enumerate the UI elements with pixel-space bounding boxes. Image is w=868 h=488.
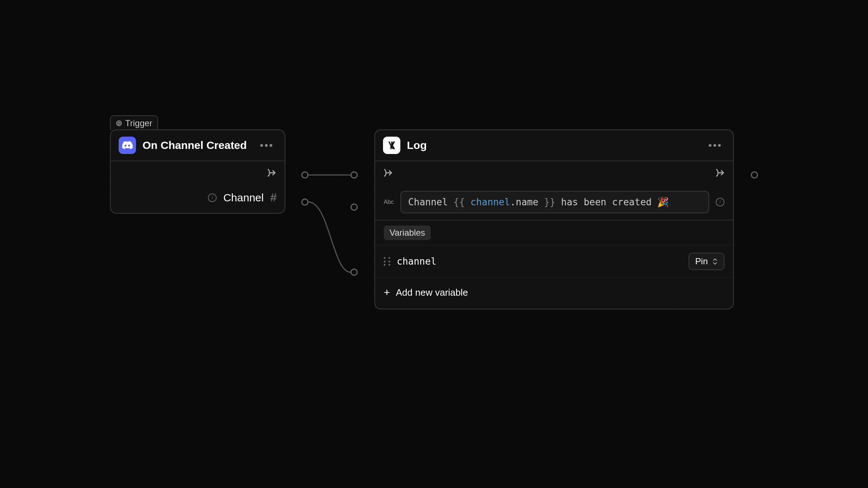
- plus-icon: +: [384, 286, 390, 299]
- variable-name: channel: [397, 256, 682, 267]
- drag-handle-icon[interactable]: [384, 257, 390, 266]
- add-variable-button[interactable]: + Add new variable: [375, 277, 733, 309]
- chevron-sort-icon: [712, 258, 718, 265]
- node-trigger[interactable]: On Channel Created ••• i Channel #: [110, 129, 285, 214]
- variable-row[interactable]: channel Pin: [375, 245, 733, 277]
- svg-point-1: [118, 122, 120, 124]
- template-text: Channel: [408, 197, 454, 207]
- template-text-suffix: has been created 🎉: [556, 197, 669, 207]
- node-log-header: Log •••: [375, 130, 733, 160]
- target-icon: [116, 120, 122, 127]
- variables-header: Variables: [375, 221, 733, 245]
- template-brace-open: {{: [454, 197, 471, 207]
- svg-point-0: [116, 121, 122, 126]
- type-string-label: Abc: [384, 199, 394, 205]
- port-log-template-in[interactable]: [350, 204, 358, 211]
- node-trigger-title: On Channel Created: [142, 139, 251, 151]
- info-icon[interactable]: i: [208, 193, 217, 202]
- workflow-canvas[interactable]: Trigger On Channel Created ••• i Channel: [0, 0, 868, 488]
- node-log-title: Log: [407, 139, 699, 151]
- node-log-more-button[interactable]: •••: [706, 138, 725, 153]
- flow-out-icon: [267, 168, 277, 178]
- node-trigger-output-row: i Channel #: [111, 184, 285, 213]
- port-trigger-channel-out[interactable]: [301, 198, 309, 206]
- log-template-row: Abc Channel {{ channel.name }} has been …: [375, 184, 733, 220]
- node-trigger-flow-row: [111, 161, 285, 184]
- trigger-badge-label: Trigger: [125, 118, 152, 128]
- output-label: Channel: [223, 192, 264, 204]
- node-log-flow-row: [375, 161, 733, 184]
- port-log-flow-out[interactable]: [751, 171, 758, 179]
- variable-mode-select[interactable]: Pin: [689, 253, 724, 270]
- trigger-badge: Trigger: [110, 115, 158, 130]
- flow-out-icon: [715, 168, 725, 178]
- node-trigger-more-button[interactable]: •••: [257, 138, 277, 153]
- node-log[interactable]: Log ••• Abc Channel {{ channel.name }} h…: [374, 129, 734, 309]
- template-variable: channel: [471, 197, 510, 207]
- template-dot: .: [510, 197, 516, 207]
- flow-in-icon: [383, 168, 393, 178]
- add-variable-label: Add new variable: [396, 287, 468, 298]
- info-icon[interactable]: i: [716, 198, 724, 206]
- variables-header-label: Variables: [384, 226, 431, 240]
- hash-icon: #: [270, 191, 277, 204]
- template-property: name: [516, 197, 539, 207]
- log-icon: [383, 137, 400, 154]
- variables-section: Variables channel Pin +: [375, 220, 733, 309]
- log-template-input[interactable]: Channel {{ channel.name }} has been crea…: [400, 191, 709, 213]
- port-log-flow-in[interactable]: [350, 171, 358, 179]
- discord-icon: [119, 137, 136, 154]
- port-trigger-flow-out[interactable]: [301, 171, 309, 179]
- variable-mode-label: Pin: [695, 256, 708, 266]
- node-trigger-header: On Channel Created •••: [111, 130, 285, 160]
- template-brace-close: }}: [539, 197, 556, 207]
- port-log-variable-in[interactable]: [350, 269, 358, 276]
